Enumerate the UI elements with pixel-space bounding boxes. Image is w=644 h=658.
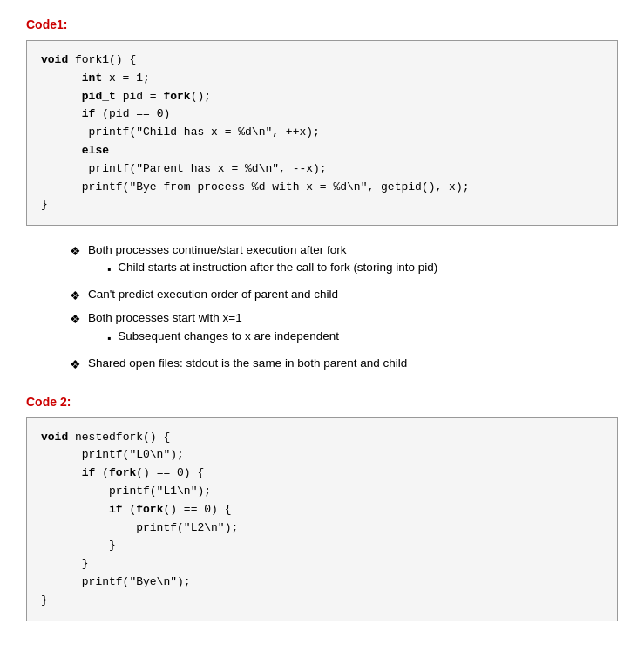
diamond-icon-2: ❖: [70, 287, 81, 305]
bullet-text-2: Can't predict execution order of parent …: [88, 286, 338, 303]
bullet-item-4: ❖ Shared open files: stdout is the same …: [70, 355, 618, 374]
code2-block: void nestedfork() { printf("L0\n"); if (…: [26, 417, 618, 621]
sub-diamond-icon-3-1: ▪: [107, 330, 111, 346]
sub-diamond-icon-1-1: ▪: [107, 261, 111, 277]
diamond-icon-1: ❖: [70, 242, 81, 261]
sub-bullet-text-3-1: Subsequent changes to x are independent: [118, 328, 339, 345]
bullet-item-1: ❖ Both processes continue/start executio…: [70, 241, 618, 282]
code1-section: Code1: void fork1() { int x = 1; pid_t p…: [26, 17, 618, 226]
code1-block: void fork1() { int x = 1; pid_t pid = fo…: [26, 40, 618, 226]
bullet-text-4: Shared open files: stdout is the same in…: [88, 355, 407, 372]
code2-section: Code 2: void nestedfork() { printf("L0\n…: [26, 395, 618, 621]
diamond-icon-4: ❖: [70, 356, 81, 374]
sub-bullets-1: ▪ Child starts at instruction after the …: [88, 259, 437, 277]
bullets-section: ❖ Both processes continue/start executio…: [26, 241, 618, 374]
sub-bullet-3-1: ▪ Subsequent changes to x are independen…: [107, 328, 339, 346]
diamond-icon-3: ❖: [70, 310, 81, 329]
sub-bullet-1-1: ▪ Child starts at instruction after the …: [107, 259, 437, 277]
bullet-text-1: Both processes continue/start execution …: [88, 243, 346, 256]
sub-bullets-3: ▪ Subsequent changes to x are independen…: [88, 328, 339, 346]
code2-label: Code 2:: [26, 395, 618, 409]
bullet-text-3: Both processes start with x=1: [88, 311, 242, 324]
bullet-item-2: ❖ Can't predict execution order of paren…: [70, 286, 618, 305]
bullet-item-3: ❖ Both processes start with x=1 ▪ Subseq…: [70, 309, 618, 349]
sub-bullet-text-1-1: Child starts at instruction after the ca…: [118, 259, 437, 276]
code1-label: Code1:: [26, 17, 618, 31]
